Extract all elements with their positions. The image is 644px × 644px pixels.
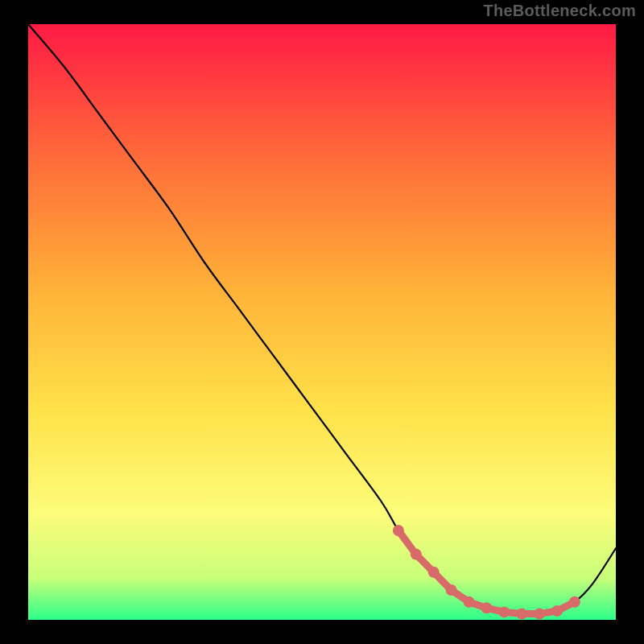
highlight-dot [534, 609, 545, 620]
highlight-dot [481, 602, 492, 613]
highlight-dot [411, 549, 422, 560]
highlight-dot [551, 605, 563, 617]
highlight-dot [464, 597, 475, 608]
highlight-dot [428, 567, 440, 578]
highlight-dot [498, 606, 510, 617]
gradient-background [28, 24, 616, 620]
highlight-dot [446, 584, 457, 596]
chart-stage: TheBottleneck.com [0, 0, 644, 644]
highlight-dot [516, 609, 527, 620]
bottleneck-chart [0, 0, 644, 644]
watermark-text: TheBottleneck.com [483, 2, 636, 20]
highlight-dot [569, 597, 580, 608]
highlight-dot [393, 525, 404, 536]
